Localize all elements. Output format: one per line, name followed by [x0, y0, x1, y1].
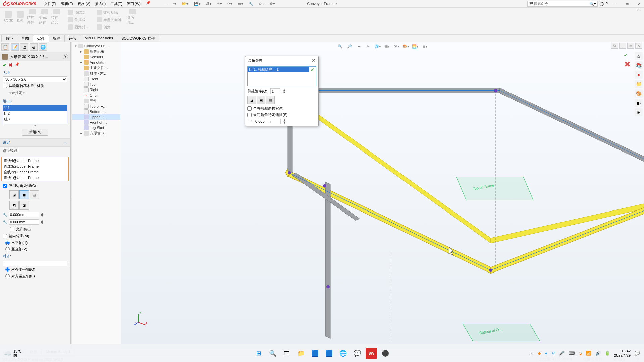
dialog-corner-btn-2[interactable]: ▣	[257, 96, 265, 104]
graphics-viewport[interactable]: 🔍 🔎 ↩ ✂ 🧊▾ ▦▾ 👁▾ 🎨▾ 🌅▾ 🖥▾ ⧉ — ▭ ✕ ✔ ✖ ⌂ …	[121, 42, 644, 349]
dialog-close-button[interactable]: ✕	[312, 58, 316, 63]
tray-volume-icon[interactable]: 🔊	[595, 351, 601, 356]
tab-features[interactable]: 特征	[1, 35, 17, 42]
pm-group-2[interactable]: 组2	[3, 111, 67, 116]
taskbar-app-3-icon[interactable]: ⚫	[380, 348, 391, 359]
tray-clock[interactable]: 13:42 2022/4/29	[614, 349, 631, 358]
ribbon-draft-cut[interactable]: 拔模切除	[95, 9, 124, 16]
tab-sketch[interactable]: 草图	[17, 35, 33, 42]
tree-expander-icon[interactable]: ▸	[79, 50, 83, 53]
pm-radio-horizontal[interactable]	[5, 241, 10, 245]
print-icon[interactable]: 🖶▾	[205, 1, 213, 7]
dialog-group-list[interactable]: 组 1. 剪裁阶序 = 1 ✔	[247, 66, 316, 86]
ribbon-gusset[interactable]: 角撑板	[66, 16, 91, 23]
window-close[interactable]: ✕	[634, 0, 644, 7]
pm-ok-button[interactable]: ✔	[3, 62, 7, 68]
tab-evaluate[interactable]: 评估	[64, 35, 80, 42]
help-icon[interactable]: ?	[606, 2, 608, 6]
ribbon-fillet-bead[interactable]: 圆角焊…	[66, 24, 91, 31]
tree-item-13[interactable]: Upper F…	[72, 114, 120, 120]
pm-path-item-0[interactable]: 直线4@Upper Frame	[2, 158, 68, 164]
dialog-gap-spinner[interactable]: ▲▼	[283, 119, 286, 124]
ribbon-hole-wizard[interactable]: 异型孔向导	[95, 16, 124, 23]
ribbon-weldment[interactable]: 焊件	[15, 9, 26, 25]
taskbar-solidworks-icon[interactable]: SW	[366, 348, 377, 359]
ribbon-collapse-icon[interactable]: ︿	[637, 7, 641, 12]
dialog-gap-input[interactable]	[254, 119, 281, 124]
search-magnifier-icon[interactable]: 🔍▾	[589, 2, 596, 6]
command-search-input[interactable]	[534, 2, 589, 6]
pm-size-dropdown[interactable]: 30 x 30 x 2.6	[3, 76, 67, 82]
rebuild-icon[interactable]: 🔧	[247, 1, 255, 7]
menu-window[interactable]: 窗口(W)	[125, 1, 143, 7]
orientation-triad[interactable]: Y X Z	[134, 312, 148, 326]
pm-align-input[interactable]	[3, 261, 67, 266]
pm-path-item-2[interactable]: 直线2@Upper Frame	[2, 169, 68, 175]
tree-item-4[interactable]: 主要文件…	[72, 65, 120, 71]
taskbar-app-2-icon[interactable]: 🟦	[323, 348, 335, 359]
user-icon[interactable]: ◯	[600, 2, 604, 6]
dialog-order-input[interactable]	[270, 88, 280, 94]
pm-apply-corner-checkbox[interactable]	[3, 184, 7, 188]
pin-icon[interactable]: 📌	[146, 1, 151, 7]
ribbon-trim-extend[interactable]: 剪裁/ 延伸	[39, 9, 50, 25]
dialog-list-ok-icon[interactable]: ✔	[309, 67, 316, 72]
pm-path-selection-list[interactable]: 直线4@Upper Frame 直线3@Upper Frame 直线2@Uppe…	[1, 157, 69, 181]
taskbar-search-icon[interactable]: 🔍	[267, 348, 278, 359]
ribbon-3d-sketch[interactable]: 3D 草	[3, 9, 14, 25]
menu-view[interactable]: 视图(V)	[76, 1, 92, 7]
taskbar-explorer-icon[interactable]: 📁	[295, 348, 307, 359]
ribbon-extrude-boss[interactable]: 拉伸 凸台	[51, 9, 62, 25]
panel-splitter[interactable]	[70, 42, 72, 349]
pm-radio-align-vertical[interactable]	[5, 274, 10, 278]
taskbar-edge-icon[interactable]: 🌐	[337, 348, 349, 359]
tray-icon-3[interactable]: ❄	[551, 351, 555, 356]
tray-mic-icon[interactable]: 🎤	[559, 351, 565, 356]
taskbar-weather[interactable]: ☁️ 13°C 阴	[4, 349, 22, 357]
pm-tab-property-manager-icon[interactable]: 📝	[11, 43, 19, 51]
pm-path-item-1[interactable]: 直线3@Upper Frame	[2, 164, 68, 169]
tree-item-15[interactable]: Leg Sket…	[72, 125, 120, 130]
tree-item-10[interactable]: 三件	[72, 98, 120, 104]
pm-tab-config-manager-icon[interactable]: 🗂	[20, 43, 28, 51]
tree-item-9[interactable]: ↳Origin	[72, 93, 120, 98]
pm-radio-align-horizontal[interactable]	[5, 267, 10, 272]
home-icon[interactable]: ⌂	[164, 1, 169, 6]
tab-weldments[interactable]: 焊件	[33, 35, 49, 42]
save-icon[interactable]: 💾▾	[193, 1, 202, 7]
tree-expander-icon[interactable]: ▾	[74, 44, 77, 48]
tree-item-1[interactable]: ▸历史记录	[72, 49, 120, 54]
window-maximize[interactable]: ▭	[622, 0, 632, 7]
select-icon[interactable]: ▭▾	[236, 1, 245, 7]
tray-chevron-icon[interactable]: ︿	[529, 350, 534, 356]
menu-tools[interactable]: 工具(T)	[108, 1, 124, 7]
tree-item-7[interactable]: Top	[72, 82, 120, 87]
tray-icon-4[interactable]: S	[579, 351, 582, 356]
dialog-titlebar[interactable]: 边角处理 ✕	[245, 56, 318, 64]
tree-item-6[interactable]: Front	[72, 76, 120, 82]
undo-icon[interactable]: ↶▾	[216, 1, 223, 7]
tray-notifications-icon[interactable]: 💬	[635, 351, 640, 356]
open-icon[interactable]: 📂▾	[180, 1, 190, 7]
menu-edit[interactable]: 编辑(E)	[59, 1, 75, 7]
new-icon[interactable]: ▫▾	[172, 1, 178, 7]
pm-new-group-button[interactable]: 新组(N)	[22, 129, 48, 136]
tray-battery-icon[interactable]: 🔋	[605, 351, 610, 356]
tray-wifi-icon[interactable]: 📶	[586, 351, 591, 356]
pm-corner-endbutt1-button[interactable]: ▣	[19, 190, 29, 199]
options-icon[interactable]: ⛭▾	[257, 1, 266, 6]
pm-group-1[interactable]: 组1	[3, 105, 67, 111]
pm-tab-display-manager-icon[interactable]: 🌐	[39, 43, 47, 51]
pm-cancel-button[interactable]: ✖	[9, 62, 13, 68]
pm-allow-protrude-checkbox[interactable]	[10, 227, 14, 231]
tree-item-0[interactable]: ▾Conveyor Fr…	[72, 43, 120, 49]
dialog-corner-btn-1[interactable]: ◢	[247, 96, 256, 104]
dialog-corner-btn-3[interactable]: ▤	[266, 96, 275, 104]
tree-item-16[interactable]: ▸方形管 3…	[72, 130, 120, 136]
pm-gap1-spinner[interactable]: ▲▼	[40, 212, 44, 217]
menu-file[interactable]: 文件(F)	[42, 1, 58, 7]
pm-transfer-material-checkbox[interactable]	[3, 84, 7, 88]
window-minimize[interactable]: —	[610, 0, 620, 7]
ribbon-chamfer[interactable]: 倒角	[95, 24, 124, 31]
menu-insert[interactable]: 插入(I)	[93, 1, 108, 7]
